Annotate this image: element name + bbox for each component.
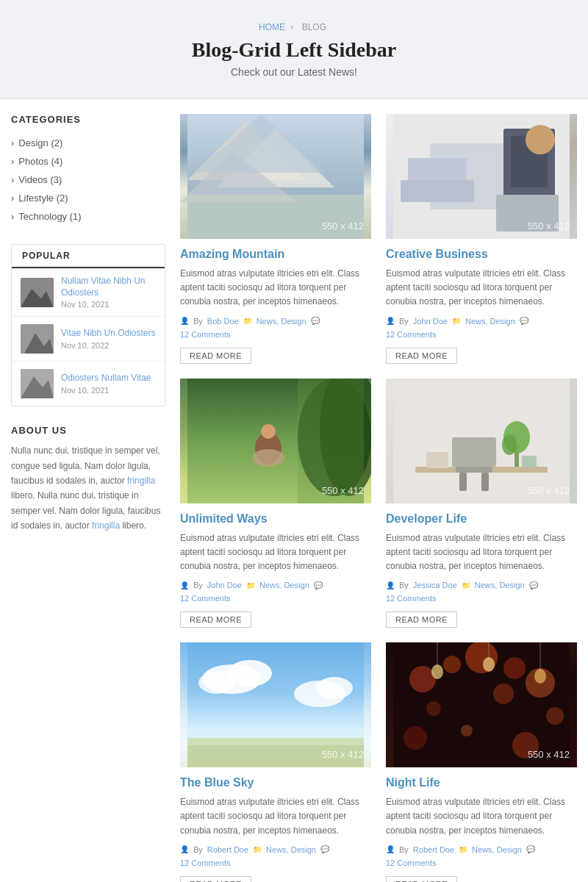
blog-excerpt-2: Euismod atras vulputate iltricies etri e… xyxy=(386,267,577,309)
blog-image-4: 550 x 412 xyxy=(386,379,577,503)
author-icon-2: 👤 xyxy=(386,317,395,325)
about-section: ABOUT US Nulla nunc dui, tristique in se… xyxy=(11,425,165,533)
categories-4[interactable]: News, Design xyxy=(475,581,525,589)
popular-thumb-1 xyxy=(21,278,54,307)
popular-info-2: Vitae Nibh Un Odiosters Nov 10, 2022 xyxy=(61,328,156,350)
comments-3[interactable]: 12 Comments xyxy=(180,594,230,603)
blog-image-6: 550 x 412 xyxy=(386,642,577,767)
svg-point-18 xyxy=(526,125,555,154)
read-more-btn-4[interactable]: READ MORE xyxy=(386,612,457,628)
popular-title-3[interactable]: Odiosters Nullam Vitae xyxy=(61,373,156,384)
blog-title-1[interactable]: Amazing Mountain xyxy=(180,248,371,261)
author-2[interactable]: John Doe xyxy=(413,317,448,326)
author-4[interactable]: Jessica Doe xyxy=(413,581,457,589)
author-5[interactable]: Robert Doe xyxy=(207,845,248,854)
blog-title-5[interactable]: The Blue Sky xyxy=(180,776,371,789)
svg-point-63 xyxy=(534,669,546,684)
sidebar: CATEGORIES Design (2) Photos (4) Videos … xyxy=(11,114,165,882)
category-technology[interactable]: Technology (1) xyxy=(11,207,165,226)
blog-content: 550 x 412 Amazing Mountain Euismod atras… xyxy=(180,114,577,882)
folder-icon-2: 📁 xyxy=(452,317,461,325)
comments-5[interactable]: 12 Comments xyxy=(180,858,230,867)
about-link-1[interactable]: fringilla xyxy=(127,476,155,486)
main-container: CATEGORIES Design (2) Photos (4) Videos … xyxy=(0,99,588,882)
popular-thumb-2 xyxy=(21,324,54,354)
popular-date-2: Nov 10, 2022 xyxy=(61,341,156,350)
blog-title-4[interactable]: Developer Life xyxy=(386,512,577,526)
popular-item-3[interactable]: Odiosters Nullam Vitae Nov 10, 2021 xyxy=(12,362,165,406)
read-more-btn-3[interactable]: READ MORE xyxy=(180,612,251,628)
blog-title-2[interactable]: Creative Business xyxy=(386,248,577,261)
categories-5[interactable]: News, Design xyxy=(266,845,316,854)
comments-2[interactable]: 12 Comments xyxy=(386,330,436,339)
author-icon-4: 👤 xyxy=(386,581,395,589)
category-photos[interactable]: Photos (4) xyxy=(11,152,165,171)
read-more-btn-1[interactable]: READ MORE xyxy=(180,348,251,364)
svg-rect-15 xyxy=(401,180,474,202)
breadcrumb-home[interactable]: HOME xyxy=(259,22,285,32)
svg-point-48 xyxy=(443,656,461,673)
author-6[interactable]: Robert Doe xyxy=(413,845,454,854)
popular-title-2[interactable]: Vitae Nibh Un Odiosters xyxy=(61,328,156,340)
blog-title-3[interactable]: Unlimited Ways xyxy=(180,512,371,526)
about-link-2[interactable]: fringilla xyxy=(92,520,120,531)
popular-info-1: Nullam Vitae Nibh Un Odiosters Nov 10, 2… xyxy=(61,276,156,309)
author-1[interactable]: Bob Doe xyxy=(207,317,239,326)
popular-tab[interactable]: POPULAR xyxy=(12,245,165,268)
blog-image-label-1: 550 x 412 xyxy=(322,220,364,232)
by-label-3: By xyxy=(193,581,203,589)
read-more-btn-2[interactable]: READ MORE xyxy=(386,348,457,364)
folder-icon-4: 📁 xyxy=(462,581,470,589)
comments-4[interactable]: 12 Comments xyxy=(386,594,436,603)
category-design[interactable]: Design (2) xyxy=(11,134,165,152)
blog-card-4: 550 x 412 Developer Life Euismod atras v… xyxy=(386,379,577,628)
blog-image-label-3: 550 x 412 xyxy=(322,485,364,496)
folder-icon-1: 📁 xyxy=(243,317,252,325)
blog-excerpt-4: Euismod atras vulputate iltricies etri e… xyxy=(386,531,577,574)
svg-rect-37 xyxy=(522,456,537,467)
svg-point-54 xyxy=(546,707,564,725)
category-videos[interactable]: Videos (3) xyxy=(11,171,165,189)
svg-point-61 xyxy=(483,657,495,672)
by-label-6: By xyxy=(399,845,409,854)
author-icon-6: 👤 xyxy=(386,845,395,853)
blog-meta-4: 👤 By Jessica Doe 📁 News, Design 💬 12 Com… xyxy=(386,581,577,603)
author-3[interactable]: John Doe xyxy=(207,581,242,589)
blog-card-3: 550 x 412 Unlimited Ways Euismod atras v… xyxy=(180,379,371,628)
blog-excerpt-1: Euismod atras vulputate iltricies etri e… xyxy=(180,267,371,309)
blog-image-label-6: 550 x 412 xyxy=(528,749,570,760)
comments-1[interactable]: 12 Comments xyxy=(180,330,230,339)
svg-point-35 xyxy=(502,434,517,455)
svg-rect-36 xyxy=(426,452,448,468)
read-more-btn-5[interactable]: READ MORE xyxy=(180,876,251,882)
blog-card-2: 550 x 412 Creative Business Euismod atra… xyxy=(386,114,577,364)
comments-6[interactable]: 12 Comments xyxy=(386,858,436,867)
popular-title-1[interactable]: Nullam Vitae Nibh Un Odiosters xyxy=(61,276,156,298)
comment-icon-4: 💬 xyxy=(529,581,538,589)
svg-point-43 xyxy=(316,677,353,699)
blog-title-6[interactable]: Night Life xyxy=(386,776,577,789)
breadcrumb: HOME › BLOG xyxy=(15,22,573,32)
svg-point-52 xyxy=(426,701,441,716)
svg-point-56 xyxy=(461,725,473,736)
blog-image-3: 550 x 412 xyxy=(180,379,371,503)
popular-item[interactable]: Nullam Vitae Nibh Un Odiosters Nov 10, 2… xyxy=(12,268,165,317)
svg-rect-31 xyxy=(459,473,467,491)
folder-icon-6: 📁 xyxy=(459,845,467,853)
blog-image-1: 550 x 412 xyxy=(180,114,371,239)
blog-card-1: 550 x 412 Amazing Mountain Euismod atras… xyxy=(180,114,371,364)
read-more-btn-6[interactable]: READ MORE xyxy=(386,876,457,882)
blog-excerpt-6: Euismod atras vulputate iltricies etri e… xyxy=(386,795,577,838)
comment-icon-3: 💬 xyxy=(314,581,323,589)
categories-6[interactable]: News, Design xyxy=(472,845,522,854)
svg-rect-30 xyxy=(456,467,492,473)
svg-point-53 xyxy=(493,684,514,704)
popular-item-2[interactable]: Vitae Nibh Un Odiosters Nov 10, 2022 xyxy=(12,317,165,362)
breadcrumb-separator: › xyxy=(290,22,293,32)
categories-3[interactable]: News, Design xyxy=(259,581,309,589)
categories-2[interactable]: News, Design xyxy=(465,317,515,326)
category-lifestyle[interactable]: Lifestyle (2) xyxy=(11,189,165,207)
about-text: Nulla nunc dui, tristique in semper vel,… xyxy=(11,443,165,533)
comment-icon-2: 💬 xyxy=(520,317,528,325)
categories-1[interactable]: News, Design xyxy=(257,317,306,326)
